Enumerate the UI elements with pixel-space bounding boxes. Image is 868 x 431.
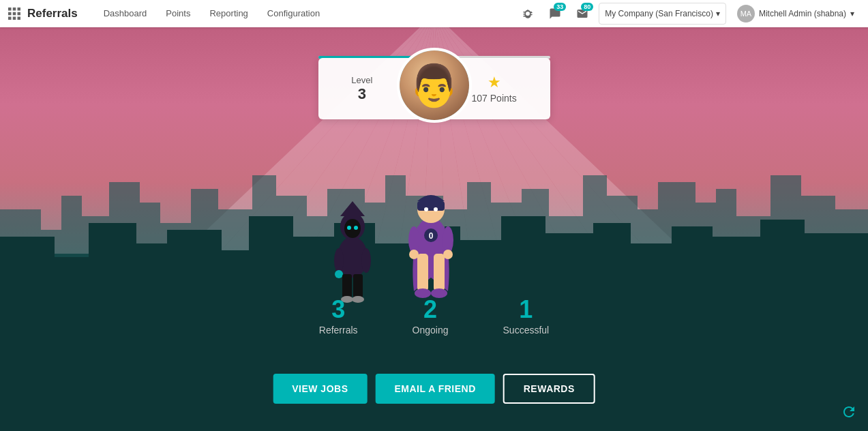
svg-rect-1 — [13, 8, 16, 11]
chat-icon-button[interactable]: 33 — [544, 3, 566, 25]
svg-rect-72 — [709, 237, 764, 305]
svg-rect-55 — [0, 237, 55, 305]
bug-icon — [522, 8, 534, 20]
nav-reporting[interactable]: Reporting — [200, 0, 257, 27]
svg-rect-57 — [89, 223, 136, 305]
svg-rect-67 — [501, 216, 545, 305]
svg-rect-73 — [760, 220, 805, 305]
referrals-label: Referrals — [319, 325, 358, 336]
bug-icon-button[interactable] — [517, 3, 539, 25]
svg-rect-4 — [13, 12, 16, 16]
svg-rect-58 — [133, 243, 170, 305]
svg-text:0: 0 — [428, 231, 433, 241]
svg-rect-2 — [18, 8, 21, 11]
hero-character: 0 — [397, 175, 465, 305]
user-avatar-photo — [400, 50, 469, 120]
nav-dashboard[interactable]: Dashboard — [94, 0, 157, 27]
svg-point-98 — [443, 250, 453, 259]
level-value: 3 — [351, 85, 372, 103]
level-label: Level — [351, 75, 372, 85]
ongoing-count: 2 — [413, 297, 449, 322]
svg-point-80 — [354, 226, 358, 230]
svg-rect-59 — [167, 230, 222, 305]
svg-rect-71 — [672, 226, 713, 305]
successful-count: 1 — [503, 297, 550, 322]
svg-point-94 — [434, 207, 438, 211]
company-name: My Company (San Francisco) — [605, 9, 713, 18]
svg-point-97 — [409, 250, 419, 259]
svg-rect-5 — [18, 12, 21, 16]
successful-stat: 1 Successful — [503, 297, 550, 336]
svg-rect-69 — [593, 223, 631, 305]
user-chevron-icon: ▾ — [850, 9, 854, 18]
user-avatar-circle — [397, 48, 472, 123]
company-selector[interactable]: My Company (San Francisco) ▾ — [599, 3, 726, 25]
svg-rect-99 — [417, 254, 428, 291]
svg-rect-60 — [218, 250, 252, 305]
svg-rect-6 — [8, 17, 12, 20]
villain-character — [325, 196, 380, 305]
svg-rect-7 — [13, 17, 16, 20]
svg-rect-56 — [51, 257, 92, 305]
grid-menu-icon[interactable] — [8, 8, 20, 20]
star-icon: ★ — [488, 74, 501, 91]
mail-badge: 80 — [581, 3, 593, 11]
svg-rect-92 — [417, 201, 445, 211]
buttons-section: VIEW JOBS EMAIL A FRIEND REWARDS — [273, 374, 595, 404]
referrals-stat: 3 Referrals — [319, 297, 358, 336]
points-value: 107 Points — [472, 93, 517, 104]
nav-links: Dashboard Points Reporting Configuration — [94, 0, 329, 27]
refresh-button[interactable] — [841, 404, 857, 423]
svg-rect-100 — [434, 254, 445, 291]
svg-point-79 — [347, 226, 351, 230]
points-info: ★ 107 Points — [472, 74, 517, 104]
mail-icon-button[interactable]: 80 — [571, 3, 593, 25]
grid-icon — [8, 8, 20, 20]
successful-label: Successful — [503, 325, 550, 336]
stats-section: 3 Referrals 2 Ongoing 1 Successful — [319, 297, 549, 336]
svg-rect-3 — [8, 12, 12, 16]
svg-point-82 — [361, 248, 371, 273]
svg-rect-68 — [542, 233, 597, 305]
email-friend-button[interactable]: EMAIL A FRIEND — [375, 374, 494, 404]
level-info: Level 3 — [351, 75, 372, 103]
refresh-icon — [841, 404, 857, 420]
svg-point-83 — [335, 270, 343, 278]
nav-configuration[interactable]: Configuration — [258, 0, 329, 27]
svg-rect-85 — [353, 274, 363, 298]
nav-right: 33 80 My Company (San Francisco) ▾ MA Mi… — [517, 3, 860, 25]
nav-points[interactable]: Points — [156, 0, 200, 27]
rewards-button[interactable]: REWARDS — [503, 374, 595, 404]
ongoing-stat: 2 Ongoing — [413, 297, 449, 336]
ongoing-label: Ongoing — [413, 325, 449, 336]
chat-badge: 33 — [554, 3, 566, 11]
avatar: MA — [737, 5, 755, 23]
svg-rect-0 — [8, 8, 12, 11]
svg-point-78 — [344, 219, 361, 238]
svg-point-93 — [424, 207, 428, 211]
app-title: Referrals — [27, 7, 78, 20]
view-jobs-button[interactable]: VIEW JOBS — [273, 374, 367, 404]
svg-rect-8 — [18, 17, 21, 20]
company-chevron-icon: ▾ — [716, 9, 720, 18]
svg-marker-77 — [340, 201, 365, 216]
main-content: 0 Level 3 — [0, 27, 868, 431]
user-menu[interactable]: MA Mitchell Admin (shabna) ▾ — [732, 3, 860, 25]
referrals-count: 3 — [319, 297, 358, 322]
svg-rect-61 — [249, 216, 293, 305]
svg-rect-74 — [801, 233, 868, 305]
user-name: Mitchell Admin (shabna) — [759, 9, 846, 18]
svg-rect-84 — [342, 274, 352, 298]
navbar: Referrals Dashboard Points Reporting Con… — [0, 0, 868, 27]
svg-rect-70 — [627, 243, 675, 305]
svg-point-81 — [334, 248, 344, 273]
